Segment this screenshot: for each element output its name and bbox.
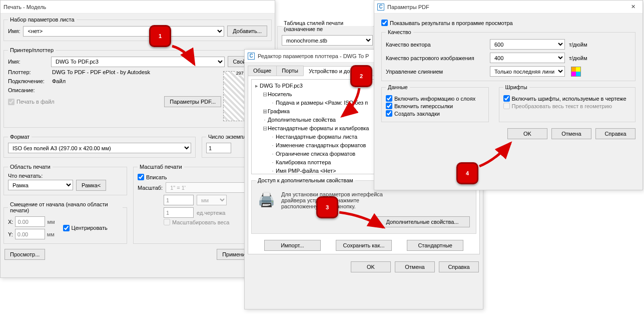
scale-label: Масштаб: [138, 185, 163, 191]
tree-calib[interactable]: Калибровка плоттера [276, 159, 331, 165]
mm-unit-select: мм [197, 195, 227, 205]
scale-legend: Масштаб печати [138, 164, 184, 170]
preview-button[interactable]: Просмотр... [5, 249, 45, 260]
format-legend: Формат [8, 134, 32, 140]
tab-general[interactable]: Общие [248, 66, 277, 76]
pdf-title: Параметры PDF [387, 4, 429, 10]
callout-2: 2 [350, 65, 372, 87]
inc-layers-checkbox[interactable] [386, 95, 392, 102]
callout-3: 3 [316, 196, 338, 218]
pageset-add-button[interactable]: Добавить... [227, 26, 267, 37]
area-legend: Область печати [8, 164, 53, 170]
printer-legend: Принтер/плоттер [8, 47, 56, 53]
tree-graphics[interactable]: Графика [268, 108, 290, 114]
show-results-checkbox[interactable] [381, 20, 388, 26]
plotter-cancel-button[interactable]: Отмена [395, 261, 435, 272]
quality-legend: Качество [386, 29, 413, 35]
desc-label: Описание: [8, 87, 52, 93]
plotter-value: DWG To PDF - PDF ePlot - by Autodesk [52, 69, 150, 75]
callout-1: 1 [149, 25, 171, 47]
printer-name-label: Имя: [8, 59, 48, 65]
pdf-ok-button[interactable]: OK [507, 128, 547, 139]
rast-label: Качество растрового изображения [386, 55, 486, 61]
additional-props-button[interactable]: Дополнительные свойства... [375, 216, 470, 227]
data-legend: Данные [386, 84, 410, 90]
app-icon-pdf: C [377, 4, 384, 11]
y-input[interactable] [15, 229, 45, 239]
inc-layers-label: Включить информацию о слоях [394, 96, 475, 102]
print-to-file-checkbox [8, 99, 15, 105]
scale-weights-checkbox [164, 219, 170, 225]
x-input[interactable] [15, 216, 45, 227]
rast-unit: т/дюйм [569, 55, 587, 61]
units-input [164, 207, 194, 218]
merge-select[interactable]: Только последняя линия [490, 66, 565, 77]
fit-checkbox[interactable] [138, 174, 144, 180]
plotter-title: Редактор параметров плоттера - DWG To P [258, 53, 369, 59]
convert-text-label: Преобразовать весь текст в геометрию [512, 103, 612, 109]
tree-nonstd-sheet[interactable]: Нестандартные форматы листа [276, 134, 357, 140]
vec-select[interactable]: 600 [490, 39, 565, 50]
plotter-ok-button[interactable]: OK [351, 261, 391, 272]
merge-color-icon [571, 67, 581, 77]
quality-group: Качество Качество вектора 600 т/дюйм Кач… [381, 29, 635, 81]
vec-label: Качество вектора [386, 42, 486, 48]
tree-addprops[interactable]: Дополнительные свойства [268, 117, 336, 123]
inc-links-checkbox[interactable] [386, 103, 392, 109]
plotter-help-button[interactable]: Справка [439, 261, 479, 272]
center-checkbox[interactable] [63, 225, 70, 231]
app-icon: C [248, 53, 255, 60]
fit-label: Вписать [146, 174, 167, 180]
pdf-params-button[interactable]: Параметры PDF... [164, 96, 221, 107]
table-styles-select[interactable]: monochrome.stb [282, 35, 373, 46]
printer-group: Принтер/плоттер Имя: DWG To PDF.pc3 Свой… [4, 47, 272, 128]
inc-links-label: Включить гиперссылки [394, 103, 453, 109]
inc-fonts-checkbox[interactable] [503, 95, 510, 102]
y-unit: мм [47, 231, 55, 237]
frame-button[interactable]: Рамка< [76, 180, 106, 191]
tree-chg-std[interactable]: Изменение стандартных форматов [276, 142, 366, 148]
format-select[interactable]: ISO без полей A3 (297.00 x 420.00 мм) [8, 143, 191, 153]
arrow-4 [477, 140, 517, 170]
copies-input[interactable] [206, 143, 231, 153]
offset-group: Смещение от начала (начало области печат… [4, 201, 127, 244]
scale-weights-label: Масштабировать веса [172, 219, 229, 225]
rast-select[interactable]: 400 [490, 53, 565, 63]
arrow-1 [171, 45, 201, 70]
print-titlebar[interactable]: Печать - Модель [1, 1, 275, 14]
vec-unit: т/дюйм [569, 42, 587, 48]
y-label: Y: [8, 231, 13, 237]
tree-nonstd[interactable]: Нестандартные форматы и калибровка [268, 125, 369, 131]
arrow-2 [339, 87, 369, 122]
plotter-label: Плоттер: [8, 69, 52, 75]
what-select[interactable]: Рамка [8, 180, 73, 190]
arrow-3 [338, 209, 388, 234]
fonts-legend: Шрифты [503, 84, 529, 90]
defaults-button[interactable]: Стандартные [407, 240, 463, 251]
area-group: Область печати Что печатать: Рамка Рамка… [4, 164, 127, 195]
saveas-button[interactable]: Сохранить как... [336, 240, 392, 251]
format-group: Формат ISO без полей A3 (297.00 x 420.00… [4, 134, 196, 158]
tab-ports[interactable]: Порты [276, 66, 304, 76]
access-legend: Доступ к дополнительным свойствам [256, 177, 355, 183]
tree-limit-formats[interactable]: Ограничение списка форматов [276, 151, 355, 157]
tree-pmp[interactable]: Имя PMP-файла <Нет> [276, 168, 336, 174]
conn-label: Подключение: [8, 78, 52, 84]
inc-bookmarks-label: Создать закладки [394, 111, 440, 117]
pageset-group: Набор параметров листа Имя: <нет> Добави… [4, 17, 272, 41]
pdf-titlebar[interactable]: C Параметры PDF ✕ [374, 1, 642, 14]
callout-4: 4 [456, 162, 478, 184]
what-label: Что печатать: [8, 173, 123, 179]
merge-label: Управление слиянием [386, 69, 486, 75]
offset-legend: Смещение от начала (начало области печат… [8, 201, 123, 213]
printer-icon: 🖨️ [258, 191, 275, 208]
tree-root[interactable]: DWG To PDF.pc3 [260, 83, 303, 89]
inc-bookmarks-checkbox[interactable] [386, 110, 392, 117]
close-icon[interactable]: ✕ [627, 4, 639, 10]
import-button[interactable]: Импорт... [264, 240, 321, 251]
pageset-name-select[interactable]: <нет> [23, 26, 224, 37]
pdf-help-button[interactable]: Справка [595, 128, 635, 139]
x-label: X: [8, 219, 13, 225]
pdf-cancel-button[interactable]: Отмена [551, 128, 591, 139]
tree-carrier[interactable]: Носитель [268, 91, 292, 97]
